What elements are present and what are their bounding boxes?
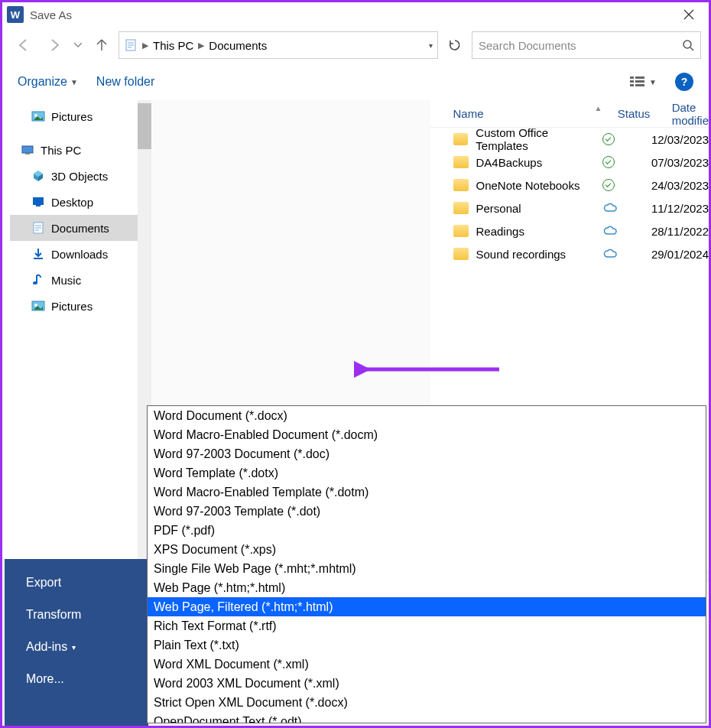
- svg-point-18: [34, 304, 37, 307]
- savetype-option[interactable]: Word Macro-Enabled Template (*.dotm): [148, 483, 706, 502]
- svg-rect-3: [630, 80, 634, 83]
- svg-point-9: [34, 114, 37, 117]
- savetype-option[interactable]: Word XML Document (*.xml): [148, 655, 706, 674]
- forward-button[interactable]: [41, 31, 68, 59]
- folder-icon: [453, 202, 469, 214]
- file-row[interactable]: DA4Backups07/03/2023: [430, 151, 709, 174]
- savetype-option[interactable]: OpenDocument Text (*.odt): [148, 712, 706, 723]
- column-date[interactable]: Date modifie: [672, 101, 709, 127]
- toolbar: Organize ▼ New folder ▼ ?: [2, 63, 709, 100]
- window-title: Save As: [30, 8, 72, 21]
- savetype-option[interactable]: Web Page (*.htm;*.html): [148, 578, 706, 597]
- search-input[interactable]: [479, 39, 682, 52]
- svg-rect-15: [34, 258, 43, 259]
- savetype-option[interactable]: Word 97-2003 Template (*.dot): [148, 502, 706, 521]
- address-bar[interactable]: ▶ This PC ▶ Documents ▾: [118, 31, 438, 59]
- savetype-option[interactable]: Web Page, Filtered (*.htm;*.html): [148, 597, 706, 616]
- savetype-option[interactable]: XPS Document (*.xps): [148, 540, 706, 559]
- folder-icon: [453, 133, 469, 145]
- savetype-option[interactable]: Rich Text Format (*.rtf): [148, 616, 706, 635]
- backstage-item-export[interactable]: Export: [5, 567, 148, 599]
- sidebar-item-this-pc[interactable]: This PC: [10, 137, 151, 163]
- up-button[interactable]: [88, 31, 115, 59]
- svg-point-1: [683, 41, 691, 48]
- search-icon: [682, 39, 694, 51]
- sidebar-item-pictures[interactable]: Pictures: [10, 103, 151, 129]
- column-name[interactable]: Name▲: [430, 107, 618, 120]
- breadcrumb-documents[interactable]: Documents: [209, 39, 267, 52]
- savetype-option[interactable]: Plain Text (*.txt): [148, 635, 706, 655]
- file-row[interactable]: OneNote Notebooks24/03/2023: [430, 174, 709, 197]
- column-status[interactable]: Status: [618, 107, 672, 120]
- file-row[interactable]: Personal11/12/2023: [430, 197, 709, 219]
- file-row[interactable]: Custom Office Templates12/03/2023: [430, 128, 709, 151]
- svg-rect-11: [25, 153, 30, 154]
- desktop-icon: [31, 195, 45, 209]
- svg-rect-2: [630, 76, 634, 79]
- savetype-option[interactable]: Word Document (*.docx): [148, 406, 706, 425]
- status-synced-icon: [602, 156, 615, 168]
- sort-arrow-icon: ▲: [595, 104, 602, 112]
- folder-icon: [453, 156, 469, 168]
- savetype-option[interactable]: Single File Web Page (*.mht;*.mhtml): [148, 559, 706, 578]
- backstage-item-addins[interactable]: Add-ins▾: [5, 631, 148, 663]
- svg-rect-5: [635, 76, 644, 79]
- backstage-item-more[interactable]: More...: [5, 663, 148, 695]
- svg-rect-12: [33, 197, 44, 205]
- sidebar-item-3d-objects[interactable]: 3D Objects: [10, 163, 151, 189]
- sidebar-item-desktop[interactable]: Desktop: [10, 189, 151, 215]
- status-synced-icon: [602, 133, 615, 145]
- document-location-icon: [124, 38, 138, 52]
- folder-icon: [453, 179, 469, 191]
- help-button[interactable]: ?: [675, 73, 693, 91]
- back-button[interactable]: [10, 31, 37, 59]
- folder-icon: [453, 248, 469, 260]
- pictures-icon: [31, 299, 45, 313]
- svg-rect-7: [635, 84, 644, 86]
- music-icon: [31, 273, 45, 287]
- chevron-right-icon: ▶: [198, 41, 204, 50]
- status-cloud-icon: [602, 203, 618, 213]
- savetype-option[interactable]: Word Macro-Enabled Document (*.docm): [148, 425, 706, 444]
- svg-rect-4: [630, 84, 634, 86]
- pictures-icon: [31, 109, 45, 123]
- svg-point-16: [33, 281, 37, 284]
- savetype-option[interactable]: Strict Open XML Document (*.docx): [148, 693, 706, 712]
- status-cloud-icon: [602, 226, 618, 236]
- breadcrumb-this-pc[interactable]: This PC: [153, 39, 193, 52]
- chevron-down-icon: ▾: [72, 643, 76, 652]
- folder-icon: [453, 225, 469, 237]
- status-cloud-icon: [602, 249, 618, 259]
- word-app-icon: W: [7, 6, 24, 23]
- titlebar: W Save As: [2, 2, 709, 27]
- sidebar-item-music[interactable]: Music: [10, 267, 151, 293]
- savetype-option[interactable]: Word Template (*.dotx): [148, 463, 706, 483]
- recent-dropdown-icon[interactable]: [71, 31, 85, 59]
- downloads-icon: [31, 247, 45, 261]
- view-options-button[interactable]: ▼: [629, 75, 657, 89]
- refresh-button[interactable]: [441, 31, 469, 59]
- savetype-option[interactable]: Word 97-2003 Document (*.doc): [148, 444, 706, 463]
- sidebar-item-downloads[interactable]: Downloads: [10, 241, 151, 267]
- organize-button[interactable]: Organize ▼: [18, 75, 78, 89]
- svg-rect-6: [635, 80, 644, 83]
- savetype-option[interactable]: Word 2003 XML Document (*.xml): [148, 674, 706, 693]
- column-headers: Name▲ Status Date modifie: [430, 100, 709, 128]
- savetype-dropdown-list[interactable]: Word Document (*.docx)Word Macro-Enabled…: [147, 405, 706, 723]
- svg-rect-13: [36, 205, 41, 206]
- sidebar-item-documents[interactable]: Documents: [10, 215, 151, 241]
- savetype-option[interactable]: PDF (*.pdf): [148, 521, 706, 540]
- documents-icon: [31, 221, 45, 235]
- backstage-item-transform[interactable]: Transform: [5, 599, 148, 631]
- search-box[interactable]: [472, 31, 701, 59]
- 3d-icon: [31, 169, 45, 183]
- new-folder-button[interactable]: New folder: [96, 75, 154, 89]
- sidebar-item-pictures[interactable]: Pictures: [10, 293, 151, 319]
- chevron-right-icon: ▶: [142, 41, 148, 50]
- file-row[interactable]: Readings28/11/2022: [430, 219, 709, 242]
- address-dropdown-icon[interactable]: ▾: [429, 41, 433, 50]
- file-row[interactable]: Sound recordings29/01/2024: [430, 242, 709, 265]
- close-button[interactable]: [674, 3, 704, 26]
- navigation-tree: PicturesThis PC3D ObjectsDesktopDocument…: [2, 100, 151, 583]
- pc-icon: [21, 143, 34, 157]
